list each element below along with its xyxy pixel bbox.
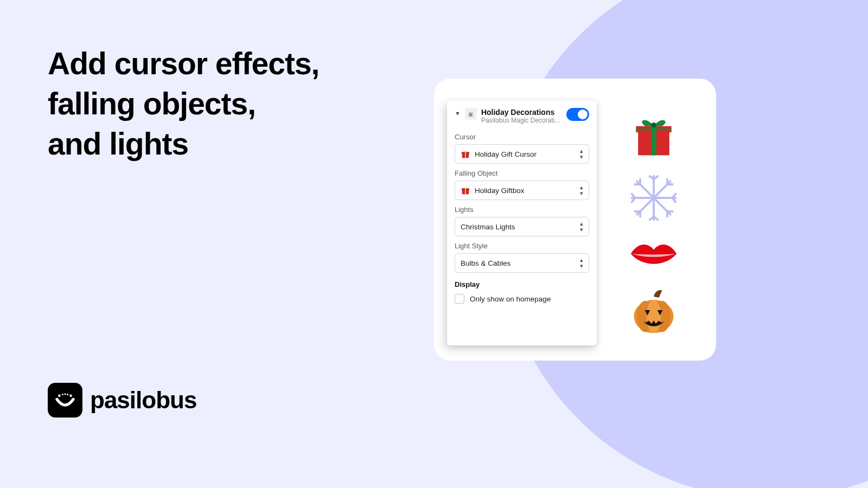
svg-point-15	[651, 123, 656, 128]
headline-line-3: and lights	[48, 124, 319, 164]
select-caret-icon: ▴▾	[580, 221, 583, 233]
svg-point-3	[65, 393, 66, 395]
panel-title: Holiday Decorations	[481, 108, 562, 117]
panel-app-icon: ▣	[465, 108, 477, 120]
enable-toggle[interactable]	[566, 108, 589, 121]
settings-panel: ▼ ▣ Holiday Decorations Pasilobus Magic …	[447, 100, 597, 345]
display-section-label: Display	[455, 280, 589, 288]
svg-rect-13	[651, 126, 656, 155]
svg-rect-7	[465, 152, 466, 158]
snowflake-preview-icon	[628, 172, 680, 224]
brand-name: pasilobus	[90, 387, 196, 414]
lights-select[interactable]: Christmas Lights ▴▾	[455, 217, 589, 236]
gift-icon	[461, 149, 470, 159]
panel-title-wrap: Holiday Decorations Pasilobus Magic Deco…	[481, 108, 562, 124]
svg-point-1	[69, 395, 72, 397]
falling-select-value: Holiday Giftbox	[475, 187, 525, 195]
settings-card: ▼ ▣ Holiday Decorations Pasilobus Magic …	[434, 79, 716, 361]
svg-rect-10	[465, 188, 466, 194]
homepage-only-row[interactable]: Only show on homepage	[455, 294, 589, 304]
homepage-only-checkbox[interactable]	[455, 294, 464, 304]
collapse-icon[interactable]: ▼	[455, 110, 461, 117]
light-style-select-value: Bulbs & Cables	[461, 259, 510, 267]
headline-line-2: falling objects,	[48, 84, 319, 124]
svg-point-23	[647, 300, 661, 333]
decoration-preview-column	[597, 100, 701, 345]
homepage-only-label: Only show on homepage	[470, 295, 551, 303]
svg-point-2	[62, 394, 63, 395]
svg-rect-14	[636, 128, 671, 130]
lips-preview-icon	[628, 236, 680, 274]
cursor-select-value: Holiday Gift Cursor	[475, 150, 537, 158]
light-style-label: Light Style	[455, 242, 589, 250]
cursor-label: Cursor	[455, 133, 589, 141]
pumpkin-preview-icon	[628, 285, 680, 337]
gift-preview-icon	[628, 108, 680, 160]
select-caret-icon: ▴▾	[580, 257, 583, 269]
falling-select[interactable]: Holiday Giftbox ▴▾	[455, 181, 589, 200]
svg-point-4	[67, 394, 68, 395]
cursor-select[interactable]: Holiday Gift Cursor ▴▾	[455, 144, 589, 164]
lights-label: Lights	[455, 206, 589, 214]
panel-header: ▼ ▣ Holiday Decorations Pasilobus Magic …	[455, 108, 589, 124]
gift-icon	[461, 185, 470, 195]
falling-label: Falling Object	[455, 169, 589, 177]
light-style-select[interactable]: Bulbs & Cables ▴▾	[455, 253, 589, 273]
select-caret-icon: ▴▾	[580, 184, 583, 196]
panel-subtitle: Pasilobus Magic Decoratio...	[481, 117, 562, 124]
brand-icon	[48, 383, 82, 418]
select-caret-icon: ▴▾	[580, 148, 583, 160]
headline-line-1: Add cursor effects,	[48, 43, 319, 84]
svg-point-0	[58, 395, 61, 397]
headline: Add cursor effects, falling objects, and…	[48, 43, 319, 164]
lights-select-value: Christmas Lights	[461, 223, 515, 231]
brand-logo: pasilobus	[48, 383, 196, 418]
